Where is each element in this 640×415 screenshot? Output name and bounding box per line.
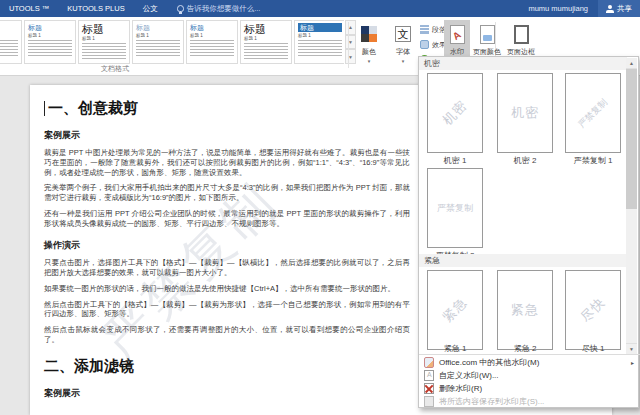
style-card-sub: 标题 1 (244, 36, 288, 41)
style-card-lines (82, 43, 126, 59)
colors-button[interactable]: 颜色 ▾ (352, 20, 386, 70)
style-card-lines (28, 40, 72, 56)
share-button[interactable]: 共享 (598, 0, 640, 17)
style-set-card[interactable]: 标题 标题 1 (24, 20, 76, 64)
fonts-label: 字体 (396, 47, 410, 57)
menu-item-label: 删除水印(R) (439, 383, 482, 394)
tab-gongwen[interactable]: 公文 (134, 0, 167, 17)
menu-item-label: 自定义水印(W)... (439, 370, 499, 381)
title-bar: UTOOLS ™ KUTOOLS PLUS 公文 告诉我你想要做什么... mu… (0, 0, 640, 17)
style-set-gallery: 标题 标题 1 标题 标题 1 标题 标题 1 标题 标题 1 标题 标题 1 … (0, 20, 344, 64)
style-card-lines (244, 43, 288, 59)
text-cursor (44, 101, 45, 116)
watermark-thumb-jimi-2[interactable]: 机密 (497, 73, 553, 153)
menu-item-label: 将所选内容保存到水印库(S)... (439, 396, 544, 407)
style-set-card-selected[interactable]: 标题 标题 1 (294, 20, 344, 64)
scrollbar-thumb[interactable] (626, 69, 637, 209)
thumb-label: 紧急 1 (420, 343, 490, 354)
fonts-icon: 文 (392, 23, 414, 45)
paragraph-spacing-icon (420, 25, 429, 34)
style-card-lines (298, 40, 342, 56)
watermark-thumb-jinji-1[interactable]: 紧急 (427, 270, 483, 350)
thumb-label: 机密 2 (490, 155, 560, 166)
thumb-label: 严禁复制 1 (558, 155, 627, 166)
style-set-card[interactable]: 标题 标题 1 (240, 20, 292, 64)
style-card-title: 标题 (82, 23, 126, 35)
style-card-title: 标题 (298, 23, 342, 32)
doc-paragraph: 如果要统一图片的形状的话，我们一般的做法是先使用快捷键【Ctrl+A】，选中所有… (44, 284, 410, 294)
doc-paragraph: 只要点击图片，选择图片工具下的【格式】—【裁剪】—【纵横比】，然后选择想要的比例… (44, 258, 410, 278)
style-card-title: 标题 (0, 23, 18, 32)
menu-item-more-watermarks-office-com[interactable]: Office.com 中的其他水印(M) ▸ (419, 356, 640, 369)
effects-icon (420, 40, 429, 49)
account-user-name[interactable]: mumu mumujiang (528, 4, 588, 13)
colors-icon (358, 23, 380, 45)
style-card-title: 标题 (28, 23, 72, 32)
tell-me-search-label: 告诉我你想要做什么... (187, 4, 261, 14)
style-card-lines (0, 40, 18, 56)
chevron-down-icon: ▾ (368, 58, 371, 64)
fonts-button[interactable]: 文 字体 ▾ (388, 20, 418, 70)
thumb-label: 紧急 2 (490, 343, 560, 354)
watermark-thumb-jinji-2[interactable]: 紧急 (497, 270, 553, 350)
style-card-sub: 标题 1 (82, 36, 126, 41)
thumb-label: 机密 1 (420, 155, 490, 166)
doc-paragraph: 还有一种是我们运用 PPT 介绍公司企业团队的时候，最常运用到的就是 PPT 里… (44, 209, 410, 229)
tell-me-search[interactable]: 告诉我你想要做什么... (177, 4, 261, 14)
ribbon-separator (348, 22, 349, 68)
style-card-sub: 标题 1 (190, 33, 234, 38)
chevron-down-icon: ▾ (402, 58, 405, 64)
dropdown-scrollbar[interactable]: ▲ ▼ (626, 58, 637, 354)
watermark-thumb-yanjinfuzhi-2[interactable]: 严禁复制 (427, 168, 483, 248)
style-set-card[interactable]: 标题 标题 1 (78, 20, 130, 64)
submenu-arrow-icon: ▸ (631, 359, 634, 366)
group-label-document-formatting: 文档格式 (70, 64, 160, 74)
style-card-sub: 标题 1 (136, 33, 180, 38)
person-icon (606, 5, 614, 13)
watermark-section-confidential: 机密 (419, 57, 627, 70)
watermark-thumb-jimi-1[interactable]: 机密 (427, 73, 483, 153)
menu-item-save-selection-to-gallery: 将所选内容保存到水印库(S)... (419, 395, 640, 408)
remove-watermark-icon (424, 383, 434, 394)
doc-paragraph: 裁剪是 PPT 中图片处理最为常见的一种方法了，说是功能简单，想要运用得好就有些… (44, 148, 410, 177)
watermark-thumb-jinkuai-1[interactable]: 尽快 (565, 270, 621, 350)
menu-item-remove-watermark[interactable]: 删除水印(R) (419, 382, 640, 395)
style-set-card[interactable]: 标题 标题 1 (186, 20, 238, 64)
style-card-sub: 标题 1 (298, 33, 342, 38)
menu-item-custom-watermark[interactable]: 自定义水印(W)... (419, 369, 640, 382)
style-card-sub: 标题 1 (0, 33, 18, 38)
colors-label: 颜色 (362, 47, 376, 57)
style-card-title: 标题 (244, 23, 288, 35)
custom-watermark-icon (424, 370, 434, 381)
scroll-up-icon[interactable]: ▲ (626, 58, 637, 69)
watermark-thumb-yanjinfuzhi-1[interactable]: 严禁复制 (565, 73, 621, 153)
doc-paragraph: 然后点击鼠标就会变成不同形状了，还需要再调整图片的大小、位置，就可以看到想要的公… (44, 325, 410, 345)
lightbulb-icon (177, 5, 184, 12)
style-card-lines (136, 40, 180, 56)
page-border-icon (510, 23, 532, 45)
office-com-watermarks-icon (424, 357, 434, 368)
style-card-lines (190, 40, 234, 56)
page-color-icon (476, 23, 498, 45)
share-label: 共享 (617, 4, 632, 14)
watermark-section-urgent: 紧急 (419, 254, 627, 267)
doc-paragraph: 然后点击图片工具下的【格式】—【裁剪】—【裁剪为形状】，选择一个自己想要的形状，… (44, 300, 410, 320)
tab-kutools-plus[interactable]: KUTOOLS PLUS (58, 0, 133, 17)
save-to-gallery-icon (424, 396, 434, 407)
watermark-icon: A (446, 23, 468, 45)
style-set-card[interactable]: 标题 标题 1 (0, 20, 22, 64)
scroll-down-icon[interactable]: ▼ (626, 343, 637, 354)
style-set-card[interactable]: 标题 标题 1 (132, 20, 184, 64)
tab-kutools[interactable]: UTOOLS ™ (0, 0, 58, 17)
style-card-sub: 标题 1 (28, 33, 72, 38)
style-card-title: 标题 (190, 23, 234, 32)
doc-paragraph: 完美举两个例子，我们大家用手机拍出来的图片尺寸大多是“4:3”的比例，如果我们把… (44, 183, 410, 203)
thumb-label: 尽快 1 (558, 343, 627, 354)
watermark-dropdown: 机密 机密 机密 严禁复制 机密 1 机密 2 严禁复制 1 严禁复制 严禁复制… (418, 56, 639, 408)
menu-item-label: Office.com 中的其他水印(M) (439, 357, 539, 368)
style-card-title: 标题 (136, 23, 180, 32)
menu-separator (419, 354, 640, 355)
